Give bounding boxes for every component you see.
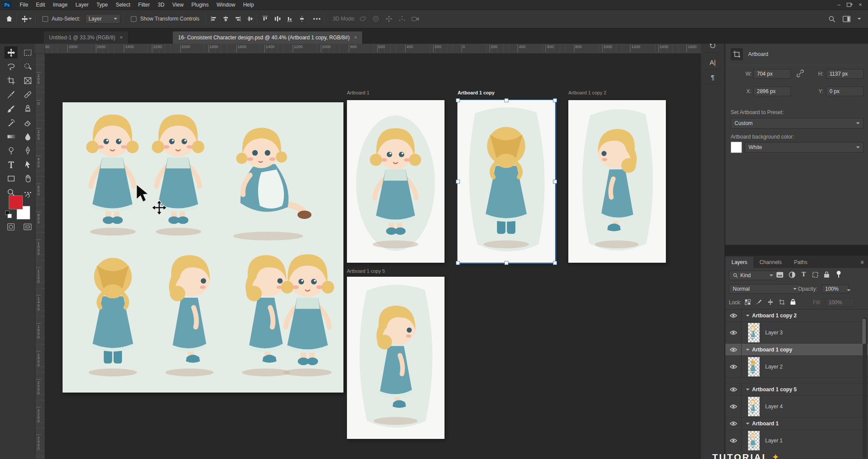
artboard-label[interactable]: Artboard 1 — [347, 90, 369, 95]
tab-layers[interactable]: Layers — [725, 257, 753, 268]
quick-mask-icon[interactable] — [4, 221, 18, 233]
move-tool-option-icon[interactable] — [21, 15, 28, 23]
swap-colors-icon[interactable] — [24, 192, 32, 198]
visibility-eye-icon[interactable] — [725, 396, 742, 417]
chevron-down-icon[interactable] — [746, 315, 749, 318]
blur-tool[interactable] — [21, 130, 34, 143]
artboard-1-copy-2[interactable] — [568, 100, 666, 263]
distribute-horizontal-center-icon[interactable] — [274, 15, 281, 22]
lock-brush-icon[interactable] — [756, 299, 762, 305]
history-brush-tool[interactable] — [4, 116, 18, 129]
menu-item-filter[interactable]: Filter — [134, 2, 154, 8]
width-field[interactable]: 704 px — [753, 69, 791, 79]
menu-item-file[interactable]: File — [16, 2, 32, 8]
pen-tool[interactable] — [21, 144, 34, 156]
rectangle-tool[interactable] — [4, 172, 18, 184]
visibility-eye-icon[interactable] — [725, 344, 742, 355]
align-center-horizontal-icon[interactable] — [222, 15, 229, 22]
frame-tool[interactable] — [21, 74, 34, 87]
layer-group-row[interactable]: Artboard 1 copy 5 — [725, 383, 868, 396]
vertical-ruler[interactable]: 2000200400600800100012001400160018002000… — [35, 53, 45, 459]
visibility-eye-icon[interactable] — [725, 417, 742, 429]
tab-channels[interactable]: Channels — [753, 257, 788, 268]
layers-scrollbar[interactable] — [863, 317, 867, 459]
show-transform-controls-checkbox[interactable]: Show Transform Controls — [128, 16, 202, 22]
layer-row[interactable]: Layer 3 — [725, 322, 868, 344]
chevron-down-icon[interactable] — [746, 423, 749, 426]
layer-group-name[interactable]: Artboard 1 copy — [752, 347, 792, 353]
eraser-tool[interactable] — [21, 116, 34, 129]
lock-all-icon[interactable] — [790, 299, 796, 305]
filter-pin-icon[interactable] — [836, 271, 842, 278]
hand-tool[interactable] — [21, 172, 34, 184]
layer-thumbnail[interactable] — [748, 431, 760, 451]
menu-item-view[interactable]: View — [168, 2, 188, 8]
menu-item-image[interactable]: Image — [49, 2, 71, 8]
selection-handle[interactable] — [456, 261, 460, 265]
foreground-color-swatch[interactable] — [9, 195, 23, 209]
reference-image[interactable] — [63, 102, 343, 393]
selection-handle[interactable] — [456, 98, 460, 102]
minimize-icon[interactable]: – — [837, 2, 840, 8]
artboard-label-selected[interactable]: Artboard 1 copy — [458, 90, 494, 95]
layer-group-name[interactable]: Artboard 1 — [752, 421, 779, 427]
close-tab-icon[interactable]: × — [354, 35, 357, 41]
artboard-label[interactable]: Artboard 1 copy 5 — [347, 268, 385, 274]
filter-shape-icon[interactable] — [812, 271, 819, 278]
character-panel-icon[interactable]: A| — [706, 55, 720, 70]
auto-select-target-dropdown[interactable]: Layer — [85, 14, 120, 24]
home-icon[interactable] — [5, 15, 13, 23]
lasso-tool[interactable] — [4, 60, 18, 73]
layer-filter-kind-dropdown[interactable]: Kind — [729, 271, 777, 280]
layer-thumbnail[interactable] — [748, 396, 760, 417]
opacity-field[interactable]: 100% — [822, 285, 849, 293]
menu-item-type[interactable]: Type — [92, 2, 112, 8]
selection-handle[interactable] — [553, 180, 557, 184]
document-tab-active[interactable]: 16- Consistent Character design.psd @ 40… — [173, 31, 363, 44]
visibility-eye-icon[interactable] — [725, 356, 742, 377]
artboard-1[interactable] — [347, 100, 444, 263]
layer-name[interactable]: Layer 1 — [765, 438, 783, 444]
menu-item-plugins[interactable]: Plugins — [188, 2, 213, 8]
menu-item-layer[interactable]: Layer — [71, 2, 92, 8]
gradient-tool[interactable] — [4, 130, 18, 143]
align-center-vertical-icon[interactable] — [247, 15, 254, 22]
layer-group-row[interactable]: Artboard 1 copy — [725, 344, 868, 356]
document-tab-untitled[interactable]: Untitled-1 @ 33.3% (RGB/8)× — [44, 31, 129, 44]
panel-menu-icon[interactable]: ≡ — [861, 259, 868, 268]
share-screen-icon[interactable] — [847, 2, 853, 7]
menu-item-window[interactable]: Window — [213, 2, 239, 8]
lock-move-icon[interactable] — [767, 299, 774, 305]
filter-image-icon[interactable] — [776, 271, 784, 278]
artboard-bg-dropdown[interactable]: White — [745, 142, 864, 153]
distribute-vertical-icon[interactable] — [298, 15, 305, 22]
layer-group-name[interactable]: Artboard 1 copy 2 — [752, 313, 797, 319]
close-tab-icon[interactable]: × — [120, 35, 123, 41]
chevron-down-icon[interactable] — [847, 289, 850, 293]
chevron-down-icon[interactable] — [746, 389, 749, 392]
layer-name[interactable]: Layer 4 — [765, 403, 783, 410]
menu-item-help[interactable]: Help — [239, 2, 258, 8]
artboard-1-copy[interactable] — [458, 100, 555, 263]
selection-handle[interactable] — [504, 98, 508, 102]
visibility-eye-icon[interactable] — [725, 309, 742, 321]
layer-name[interactable]: Layer 2 — [765, 364, 783, 370]
distribute-bottom-icon[interactable] — [286, 15, 293, 22]
layer-row[interactable]: Layer 2 — [725, 356, 868, 378]
lock-transparent-icon[interactable] — [745, 299, 751, 305]
lock-artboard-icon[interactable] — [779, 299, 785, 305]
move-tool[interactable] — [4, 46, 18, 59]
layer-group-name[interactable]: Artboard 1 copy 5 — [752, 386, 797, 393]
selection-handle[interactable] — [553, 98, 557, 102]
workspace-switcher-icon[interactable] — [843, 16, 850, 22]
menu-item-3d[interactable]: 3D — [154, 2, 168, 8]
y-field[interactable]: 0 px — [826, 87, 864, 96]
chevron-down-icon[interactable] — [746, 349, 749, 352]
marquee-tool[interactable] — [21, 46, 34, 59]
paragraph-panel-icon[interactable]: ¶ — [706, 70, 720, 84]
x-field[interactable]: 2896 px — [753, 87, 791, 96]
brush-tool[interactable] — [4, 102, 18, 115]
artboard-label[interactable]: Artboard 1 copy 2 — [568, 90, 606, 95]
artboard-bg-swatch[interactable] — [731, 142, 742, 153]
align-right-icon[interactable] — [234, 15, 242, 22]
